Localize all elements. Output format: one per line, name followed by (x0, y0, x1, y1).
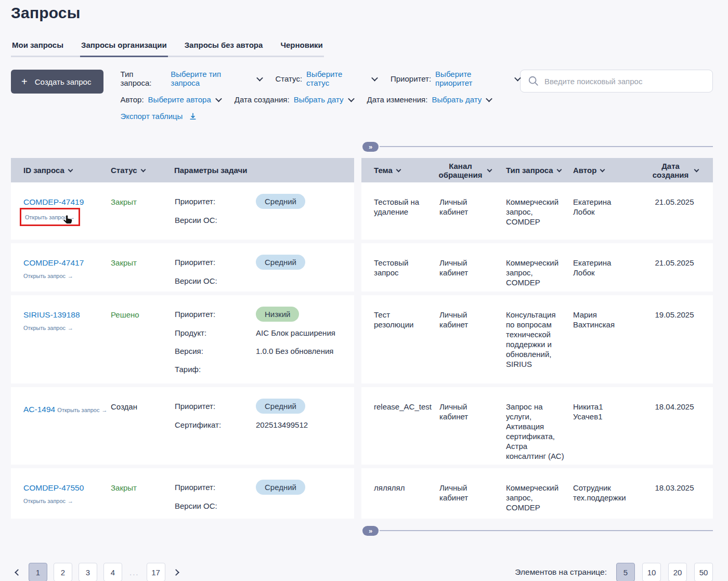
tab-4[interactable]: Черновики (279, 41, 323, 56)
chevron-left-icon (15, 569, 21, 576)
status-badge: Закрыт (111, 483, 137, 492)
per-page-control: Элементов на странице: 5102050 (515, 563, 713, 581)
author-cell: Екатерина Лобок (568, 243, 636, 292)
page-button-1[interactable]: 1 (29, 563, 47, 581)
create-request-button[interactable]: + Создать запрос (11, 70, 103, 94)
status-badge: Закрыт (111, 197, 137, 206)
pagination-ellipsis: ... (128, 568, 140, 577)
page-button-2[interactable]: 2 (54, 563, 72, 581)
open-request-link[interactable]: Открыть запрос→ (23, 273, 73, 279)
col-header-theme[interactable]: Тема (361, 158, 428, 182)
param-label: Приоритет: (175, 482, 256, 492)
per-page-button-10[interactable]: 10 (642, 563, 661, 581)
request-id-link[interactable]: AC-1494 (23, 404, 55, 414)
per-page-label: Элементов на странице: (515, 567, 607, 577)
sort-chevron-icon (600, 167, 605, 172)
param-value: Средний (256, 255, 342, 270)
filter-dropdown[interactable]: Выберите приоритет (435, 70, 520, 87)
table-rows: COMDEP-47419 Открыть запрос→ Закрыт Прио… (11, 182, 713, 519)
per-page-button-20[interactable]: 20 (668, 563, 687, 581)
filter-dropdown[interactable]: Выбрать дату (294, 95, 354, 104)
pager: 1234...17 (11, 563, 183, 581)
channel-cell: Личный кабинет (428, 387, 501, 465)
page-button-3[interactable]: 3 (79, 563, 97, 581)
request-id-link[interactable]: SIRIUS-139188 (23, 310, 80, 320)
param-label: Приоритет: (175, 196, 256, 206)
per-page-button-50[interactable]: 50 (694, 563, 713, 581)
author-cell: Сотрудник тех.поддержки (568, 468, 636, 519)
type-cell: Коммерческий запрос, COMDEP (501, 243, 568, 292)
theme-cell: лялялял (361, 468, 428, 519)
param-label: Сертификат: (175, 420, 256, 430)
author-cell: Никита1 Усачев1 (568, 387, 636, 465)
request-id-link[interactable]: COMDEP-47550 (23, 483, 84, 493)
filter-row-2: Автор:Выберите автораДата создания:Выбра… (120, 95, 520, 104)
param-row: Приоритет:Средний (175, 399, 342, 414)
open-request-annotation-area: Открыть запрос→ (23, 322, 73, 333)
open-request-annotation-area: Открыть запрос→ (57, 404, 107, 415)
tab-1[interactable]: Мои запросы (11, 41, 64, 56)
status-badge: Создан (111, 402, 137, 411)
created-date-cell: 19.05.2025 (636, 295, 713, 384)
col-header-author[interactable]: Автор (568, 158, 636, 182)
filter-row-1: Тип запроса:Выберите тип запросаСтатус:В… (120, 70, 520, 87)
page-button-4[interactable]: 4 (103, 563, 122, 581)
task-params: Приоритет:СреднийВерсии ОС: (175, 255, 342, 288)
horizontal-scroll-top: » (11, 141, 713, 152)
open-request-link[interactable]: Открыть запрос→ (23, 325, 73, 331)
author-cell: Мария Вахтинская (568, 295, 636, 384)
table-row: AC-1494 Открыть запрос→ Создан Приоритет… (11, 387, 713, 465)
filter-dropdown[interactable]: Выберите статус (306, 70, 377, 87)
col-header-created[interactable]: Дата создания (636, 158, 713, 182)
author-cell: Екатерина Лобок (568, 182, 636, 240)
param-row: Приоритет:Низкий (175, 307, 342, 322)
tab-3[interactable]: Запросы без автора (184, 41, 264, 56)
open-request-link[interactable]: Открыть запрос→ (57, 407, 107, 413)
col-header-type[interactable]: Тип запроса (501, 158, 568, 182)
request-id-link[interactable]: COMDEP-47419 (23, 197, 84, 207)
arrow-right-icon: → (68, 273, 73, 279)
filter-label: Статус: (276, 74, 303, 83)
scroll-track[interactable] (380, 146, 713, 147)
sort-chevron-icon (140, 167, 146, 172)
task-params: Приоритет:СреднийВерсии ОС: (175, 194, 342, 227)
col-header-status[interactable]: Статус (111, 158, 174, 182)
scroll-expand-icon[interactable]: » (362, 142, 379, 152)
next-page-button[interactable] (172, 566, 183, 578)
param-label: Версия: (175, 346, 256, 356)
param-label: Версии ОС: (175, 501, 256, 511)
scroll-expand-icon[interactable]: » (362, 526, 379, 536)
prev-page-button[interactable] (11, 566, 22, 578)
col-header-channel[interactable]: Канал обращения (428, 158, 501, 182)
theme-cell: Тест резолюции (361, 295, 428, 384)
filters: Тип запроса:Выберите тип запросаСтатус:В… (120, 70, 520, 128)
priority-badge: Средний (256, 399, 305, 414)
page-button-17[interactable]: 17 (147, 563, 165, 581)
scroll-track[interactable] (380, 530, 713, 531)
param-value: Средний (256, 399, 342, 414)
filter-dropdown[interactable]: Выберите автора (148, 95, 221, 104)
per-page-list: 5102050 (616, 563, 713, 581)
param-label: Тариф: (175, 364, 256, 374)
param-label: Версии ОС: (175, 215, 256, 225)
cursor-icon (62, 214, 73, 226)
filter-dropdown[interactable]: Выбрать дату (432, 95, 491, 104)
task-params: Приоритет:СреднийСертификат:202513499512 (175, 399, 342, 432)
channel-cell: Личный кабинет (428, 468, 501, 519)
filter-dropdown[interactable]: Выберите тип запроса (171, 70, 262, 87)
open-request-link[interactable]: Открыть запрос→ (23, 498, 73, 504)
tab-2[interactable]: Запросы организации (80, 41, 168, 57)
filter-label: Дата создания: (235, 95, 290, 104)
search-input[interactable] (544, 77, 705, 86)
table-row: COMDEP-47417 Открыть запрос→ Закрыт Прио… (11, 243, 713, 292)
export-table-link[interactable]: Экспорт таблицы (120, 112, 197, 121)
col-header-id[interactable]: ID запроса (11, 158, 111, 182)
type-cell: Коммерческий запрос, COMDEP (501, 182, 568, 240)
filter-label: Приоритет: (391, 74, 431, 83)
per-page-button-5[interactable]: 5 (616, 563, 635, 581)
arrow-right-icon: → (68, 325, 73, 331)
created-date-cell: 18.03.2025 (636, 468, 713, 519)
request-id-link[interactable]: COMDEP-47417 (23, 258, 84, 268)
theme-cell: Тестовый на удаление (361, 182, 428, 240)
param-row: Приоритет:Средний (175, 194, 342, 209)
